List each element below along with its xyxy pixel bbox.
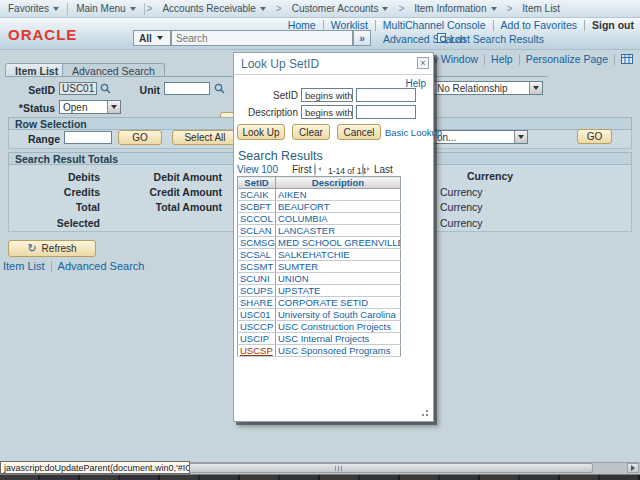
tab-advanced-search[interactable]: Advanced Search (62, 63, 165, 77)
setid-link[interactable]: SCSAL (240, 249, 271, 260)
relationship-select[interactable]: No Relationship (433, 81, 543, 95)
description-link[interactable]: USC Internal Projects (278, 333, 369, 344)
basic-lookup-link[interactable]: Basic Lookup (385, 127, 442, 138)
description-link[interactable]: USC Sponsored Programs (278, 345, 390, 356)
refresh-icon: ↻ (27, 242, 36, 255)
setid-link[interactable]: SHARE (240, 297, 273, 308)
description-link[interactable]: CORPORATE SETID (278, 297, 368, 308)
description-link[interactable]: University of South Carolina (278, 309, 396, 320)
first-page-icon[interactable] (314, 163, 316, 176)
description-link[interactable]: LANCASTER (278, 225, 335, 236)
currency-label: Currency (440, 186, 500, 198)
description-link[interactable]: UNION (278, 273, 309, 284)
view-100-link[interactable]: View 100 (237, 164, 278, 175)
scrollbar-right-arrow[interactable] (627, 463, 639, 473)
setid-link[interactable]: SCUPS (240, 285, 273, 296)
unit-lookup-icon[interactable] (214, 83, 225, 94)
help-link[interactable]: Help (491, 53, 513, 65)
refresh-button[interactable]: ↻ Refresh (8, 240, 96, 257)
credits-label: Credits (0, 186, 100, 198)
range-field[interactable] (64, 131, 112, 144)
setid-link[interactable]: SCAIK (240, 189, 269, 200)
search-scope-select[interactable]: All (133, 30, 171, 46)
sign-out-link[interactable]: Sign out (592, 19, 634, 31)
status-select[interactable]: Open (59, 100, 121, 114)
last-page-icon[interactable] (362, 163, 364, 176)
select-arrow-button[interactable] (514, 131, 527, 143)
setid-link[interactable]: USCIP (240, 333, 269, 344)
setid-operator-select[interactable]: begins with (301, 88, 353, 102)
last-label[interactable]: Last (374, 164, 393, 175)
setid-link[interactable]: USC01 (240, 309, 271, 320)
search-field-wrap (171, 30, 353, 46)
select-arrow-button[interactable] (529, 82, 542, 94)
description-link[interactable]: USC Construction Projects (278, 321, 391, 332)
table-row: SCCOLCOLUMBIA (238, 213, 401, 225)
resize-grip[interactable] (420, 408, 429, 417)
cancel-button[interactable]: Cancel (337, 124, 381, 140)
look-up-button[interactable]: Look Up (237, 124, 285, 140)
breadcrumb-item-list: Item List (514, 3, 568, 14)
setid-link-active[interactable]: USCSP (240, 345, 273, 356)
breadcrumb-separator: > (274, 3, 284, 14)
table-row: SCSMTSUMTER (238, 261, 401, 273)
description-link[interactable]: SUMTER (278, 261, 318, 272)
setid-column-header[interactable]: SetID (238, 177, 276, 189)
first-label[interactable]: First (292, 164, 311, 175)
range-go-button[interactable]: GO (118, 130, 162, 145)
setid-field[interactable]: USC01 (59, 82, 97, 95)
setid-link[interactable]: SCBFT (240, 201, 271, 212)
setid-link[interactable]: SCSMT (240, 261, 273, 272)
page-actions: New Window Help Personalize Page (417, 53, 633, 65)
modal-setid-input[interactable] (356, 88, 416, 102)
tab-item-list[interactable]: Item List (5, 63, 68, 77)
description-link[interactable]: AIKEN (278, 189, 307, 200)
select-arrow-button[interactable] (107, 101, 120, 113)
description-link[interactable]: BEAUFORT (278, 201, 330, 212)
personalize-grid-icon[interactable] (621, 54, 633, 64)
breadcrumb-item-information[interactable]: Item Information (406, 3, 504, 14)
table-row: USCIPUSC Internal Projects (238, 333, 401, 345)
credit-amount-label: Credit Amount (120, 186, 222, 198)
divider (375, 20, 376, 31)
multichannel-console-link[interactable]: MultiChannel Console (383, 19, 486, 31)
setid-link[interactable]: USCCP (240, 321, 273, 332)
description-link[interactable]: UPSTATE (278, 285, 320, 296)
search-submit-button[interactable]: » (353, 30, 371, 46)
breadcrumb-main-menu[interactable]: Main Menu (68, 3, 143, 14)
modal-description-input[interactable] (356, 105, 416, 119)
last-search-results-link[interactable]: Last Search Results (450, 33, 544, 45)
clear-button[interactable]: Clear (292, 124, 330, 140)
breadcrumb-customer-accounts[interactable]: Customer Accounts (284, 3, 397, 14)
personalize-page-link[interactable]: Personalize Page (526, 53, 608, 65)
currency-header-label: Currency (467, 170, 527, 182)
setid-link[interactable]: SCUNI (240, 273, 270, 284)
select-all-button[interactable]: Select All (172, 130, 238, 145)
setid-lookup-icon[interactable] (100, 83, 111, 94)
search-input[interactable] (172, 31, 352, 45)
footer-item-list-link[interactable]: Item List (3, 260, 45, 272)
breadcrumb-accounts-receivable[interactable]: Accounts Receivable (154, 3, 273, 14)
table-row: SCAIKAIKEN (238, 189, 401, 201)
breadcrumb-favorites[interactable]: Favorites (0, 3, 67, 14)
add-to-favorites-link[interactable]: Add to Favorites (501, 19, 577, 31)
table-row: USCCPUSC Construction Projects (238, 321, 401, 333)
unit-field[interactable] (164, 82, 210, 95)
action-go-button[interactable]: GO (577, 129, 612, 144)
table-row: SHARECORPORATE SETID (238, 297, 401, 309)
setid-label: SetID (0, 84, 55, 96)
oracle-logo: ORACLE (8, 26, 77, 43)
close-icon[interactable]: × (417, 57, 429, 69)
description-operator-select[interactable]: begins with (301, 105, 353, 119)
modal-setid-label: SetID (234, 90, 298, 101)
description-link[interactable]: COLUMBIA (278, 213, 328, 224)
setid-link[interactable]: SCMSG (240, 237, 275, 248)
description-column-header[interactable]: Description (276, 177, 401, 189)
row-selection-title: Row Selection (15, 118, 87, 130)
range-label: Range (10, 133, 60, 145)
setid-link[interactable]: SCLAN (240, 225, 272, 236)
setid-link[interactable]: SCCOL (240, 213, 273, 224)
description-link[interactable]: SALKEHATCHIE (278, 249, 350, 260)
description-link[interactable]: MED SCHOOL GREENVILLE DEPOSIT (278, 237, 401, 248)
footer-advanced-search-link[interactable]: Advanced Search (58, 260, 145, 272)
